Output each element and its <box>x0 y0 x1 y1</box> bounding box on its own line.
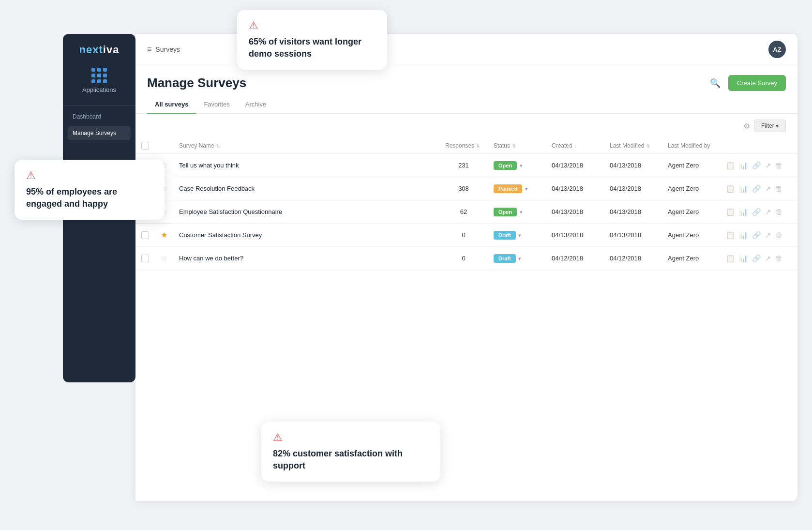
row-star-3[interactable]: ★ <box>155 224 173 247</box>
page-actions: 🔍 Create Survey <box>708 75 786 91</box>
select-all-checkbox[interactable] <box>141 142 149 150</box>
delete-icon-2[interactable]: 🗑 <box>775 208 782 216</box>
delete-icon-4[interactable]: 🗑 <box>775 254 782 262</box>
sort-name-icon: ⇅ <box>216 143 220 149</box>
share-icon-0[interactable]: 🔗 <box>752 161 761 170</box>
actions-group-3: 📋 📊 🔗 ↗ 🗑 <box>726 231 792 240</box>
export-icon-3[interactable]: ↗ <box>765 231 771 240</box>
row-modified-0: 04/13/2018 <box>604 154 662 177</box>
table-header: Survey Name ⇅ Responses ⇅ <box>135 138 797 154</box>
tab-archive[interactable]: Archive <box>238 96 274 114</box>
actions-group-0: 📋 📊 🔗 ↗ 🗑 <box>726 161 792 170</box>
row-responses-2: 62 <box>439 200 488 224</box>
row-checkbox-4[interactable] <box>141 255 149 262</box>
row-checkbox-3[interactable] <box>141 231 149 239</box>
export-icon-4[interactable]: ↗ <box>765 254 771 263</box>
survey-name-1[interactable]: Case Resolution Feedback <box>179 185 255 192</box>
sort-status-icon: ⇅ <box>512 143 516 149</box>
th-responses[interactable]: Responses ⇅ <box>439 138 488 154</box>
copy-icon-2[interactable]: 📋 <box>726 208 735 216</box>
sidebar-item-manage-surveys[interactable]: Manage Surveys <box>68 126 131 140</box>
table-controls: ⚙ Filter ▾ <box>135 114 797 138</box>
row-star-4[interactable]: ☆ <box>155 247 173 270</box>
avatar[interactable]: AZ <box>768 41 786 58</box>
apps-nav[interactable]: Applications <box>63 68 135 93</box>
filter-button[interactable]: Filter ▾ <box>754 120 786 132</box>
row-created-4: 04/12/2018 <box>546 247 604 270</box>
copy-icon-4[interactable]: 📋 <box>726 254 735 263</box>
chart-icon-2[interactable]: 📊 <box>739 208 748 216</box>
row-responses-3: 0 <box>439 224 488 247</box>
callout-left-icon: ⚠ <box>26 169 153 182</box>
copy-icon-0[interactable]: 📋 <box>726 161 735 170</box>
page-title: Manage Surveys <box>147 76 246 91</box>
th-last-modified[interactable]: Last Modified ⇅ <box>604 138 662 154</box>
th-check <box>135 138 155 154</box>
share-icon-4[interactable]: 🔗 <box>752 254 761 263</box>
th-status[interactable]: Status ⇅ <box>488 138 546 154</box>
status-dropdown-0[interactable]: ▾ <box>520 163 523 168</box>
callout-top-text: 65% of visitors want longer demo session… <box>249 36 376 60</box>
page-header: Manage Surveys 🔍 Create Survey <box>135 65 797 91</box>
survey-name-0[interactable]: Tell us what you think <box>179 162 239 169</box>
status-badge-0: Open <box>494 161 517 170</box>
modified-date-0: 04/13/2018 <box>610 162 641 169</box>
share-icon-1[interactable]: 🔗 <box>752 184 761 193</box>
modified-date-4: 04/12/2018 <box>610 255 641 262</box>
row-check-3 <box>135 224 155 247</box>
th-survey-name[interactable]: Survey Name ⇅ <box>173 138 439 154</box>
table-row: ☆ Employee Satisfaction Questionnaire 62… <box>135 200 797 224</box>
export-icon-2[interactable]: ↗ <box>765 208 771 216</box>
create-survey-button[interactable]: Create Survey <box>728 75 786 91</box>
star-icon-3[interactable]: ★ <box>161 231 167 239</box>
callout-bottom-text: 82% customer satisfaction with support <box>273 448 429 472</box>
chart-icon-3[interactable]: 📊 <box>739 231 748 240</box>
status-dropdown-1[interactable]: ▾ <box>525 186 528 192</box>
row-check-4 <box>135 247 155 270</box>
created-date-4: 04/12/2018 <box>552 255 583 262</box>
share-icon-3[interactable]: 🔗 <box>752 231 761 240</box>
share-icon-2[interactable]: 🔗 <box>752 208 761 216</box>
callout-bottom-icon: ⚠ <box>273 431 429 444</box>
delete-icon-1[interactable]: 🗑 <box>775 184 782 193</box>
tab-favorites[interactable]: Favorites <box>196 96 237 114</box>
delete-icon-0[interactable]: 🗑 <box>775 161 782 169</box>
survey-name-4[interactable]: How can we do better? <box>179 255 243 262</box>
copy-icon-3[interactable]: 📋 <box>726 231 735 240</box>
sidebar-item-dashboard[interactable]: Dashboard <box>68 109 131 124</box>
top-bar: ≡ Surveys AZ <box>135 34 797 65</box>
modified-date-3: 04/13/2018 <box>610 231 641 239</box>
star-icon-4[interactable]: ☆ <box>161 254 167 262</box>
export-icon-0[interactable]: ↗ <box>765 161 771 170</box>
survey-name-2[interactable]: Employee Satisfaction Questionnaire <box>179 208 282 215</box>
search-icon[interactable]: 🔍 <box>708 76 722 91</box>
status-badge-3: Draft <box>494 231 516 240</box>
status-dropdown-4[interactable]: ▾ <box>518 256 521 261</box>
survey-name-3[interactable]: Customer Satisfaction Survey <box>179 231 262 239</box>
export-icon-1[interactable]: ↗ <box>765 184 771 193</box>
delete-icon-3[interactable]: 🗑 <box>775 231 782 239</box>
top-bar-label: Surveys <box>155 45 180 53</box>
actions-group-1: 📋 📊 🔗 ↗ 🗑 <box>726 184 792 193</box>
table-row: ☆ How can we do better? 0 Draft ▾ 04/12/… <box>135 247 797 270</box>
status-dropdown-3[interactable]: ▾ <box>518 232 521 238</box>
modified-by-2: Agent Zero <box>668 208 699 215</box>
row-modifiedby-2: Agent Zero <box>662 200 720 224</box>
callout-bottom: ⚠ 82% customer satisfaction with support <box>261 422 440 482</box>
responses-count-0: 231 <box>458 162 469 169</box>
chart-icon-1[interactable]: 📊 <box>739 184 748 193</box>
row-modified-1: 04/13/2018 <box>604 177 662 200</box>
row-modified-3: 04/13/2018 <box>604 224 662 247</box>
status-dropdown-2[interactable]: ▾ <box>520 209 523 215</box>
chart-icon-4[interactable]: 📊 <box>739 254 748 263</box>
tab-all-surveys[interactable]: All surveys <box>147 96 196 114</box>
row-responses-1: 308 <box>439 177 488 200</box>
copy-icon-1[interactable]: 📋 <box>726 184 735 193</box>
row-status-0: Open ▾ <box>488 154 546 177</box>
row-name-4: How can we do better? <box>173 247 439 270</box>
row-modifiedby-3: Agent Zero <box>662 224 720 247</box>
th-created[interactable]: Created ↓ <box>546 138 604 154</box>
chart-icon-0[interactable]: 📊 <box>739 161 748 170</box>
main-content: ≡ Surveys AZ Manage Surveys 🔍 Create Sur… <box>135 34 797 501</box>
created-date-1: 04/13/2018 <box>552 185 583 192</box>
